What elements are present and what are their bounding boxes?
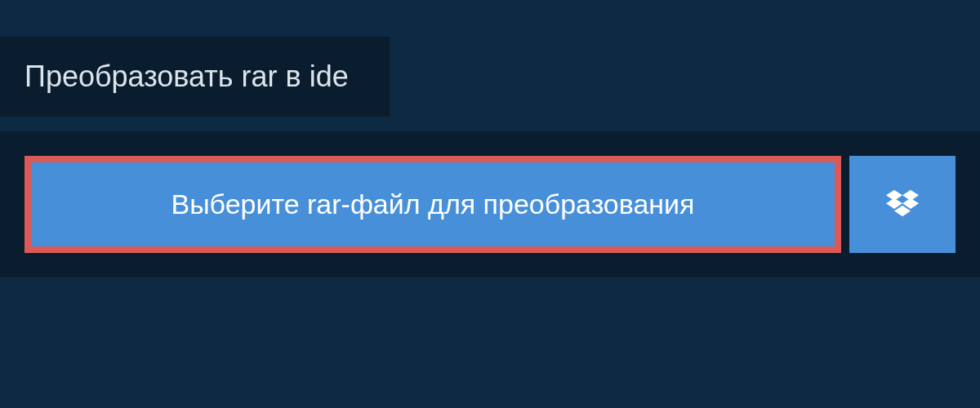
file-select-button[interactable]: Выберите rar-файл для преобразования bbox=[24, 156, 841, 253]
dropbox-button[interactable] bbox=[849, 156, 956, 253]
title-bar: Преобразовать rar в ide bbox=[0, 37, 390, 117]
file-select-label: Выберите rar-файл для преобразования bbox=[171, 188, 694, 220]
dropbox-icon bbox=[886, 188, 919, 221]
page-title: Преобразовать rar в ide bbox=[24, 60, 349, 94]
upload-section: Выберите rar-файл для преобразования bbox=[0, 131, 980, 277]
